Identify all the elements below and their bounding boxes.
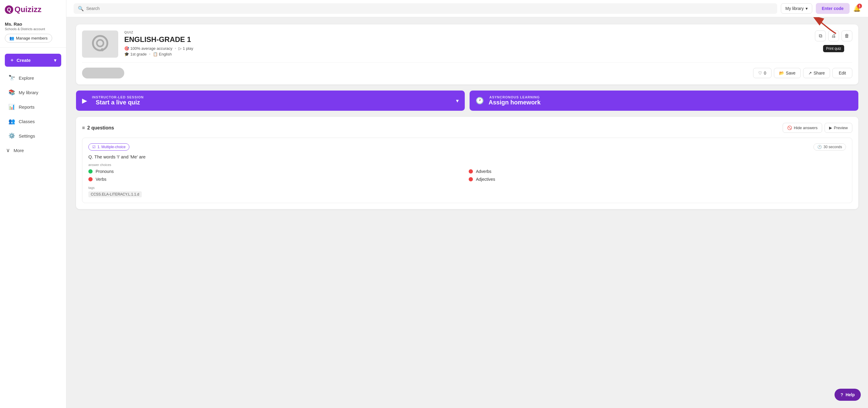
questions-section: ≡ 2 questions 🚫 Hide answers ▶ Preview bbox=[76, 117, 858, 209]
sidebar-item-more[interactable]: ∨ More bbox=[0, 143, 66, 157]
help-icon: ? bbox=[841, 392, 843, 397]
quiz-language: English bbox=[159, 52, 172, 56]
checkbox-icon: ☑ bbox=[92, 145, 96, 149]
sidebar-item-explore-label: Explore bbox=[19, 76, 34, 81]
help-label: Help bbox=[846, 392, 855, 397]
trash-icon: 🗑 bbox=[844, 33, 849, 39]
library-icon: 📚 bbox=[8, 89, 15, 96]
sidebar-item-classes[interactable]: 👥 Classes bbox=[2, 114, 64, 128]
live-quiz-icon: ▶ bbox=[82, 97, 87, 105]
manage-members-button[interactable]: 👥 Manage members bbox=[5, 34, 52, 42]
questions-count: 2 questions bbox=[87, 125, 114, 131]
quiz-type-label: QUIZ bbox=[124, 30, 809, 34]
notification-button[interactable]: 🔔 1 bbox=[853, 5, 861, 12]
copy-icon: ⧉ bbox=[819, 33, 822, 39]
heart-icon: ♡ bbox=[758, 70, 762, 76]
quiz-plays: 1 play bbox=[183, 46, 193, 51]
explore-icon: 🔭 bbox=[8, 75, 15, 81]
quiz-title: ENGLISH-GRADE 1 bbox=[124, 35, 809, 44]
save-label: Save bbox=[786, 70, 796, 76]
classes-icon: 👥 bbox=[8, 118, 15, 125]
chevron-down-icon-library: ▾ bbox=[806, 6, 808, 11]
answer-dot-3 bbox=[88, 177, 93, 181]
quiz-card-bottom: ♡ 0 📂 Save ↗ Share Edit bbox=[82, 62, 852, 79]
quiz-card: QUIZ ENGLISH-GRADE 1 🎯 100% average accu… bbox=[76, 24, 858, 85]
svg-point-2 bbox=[101, 48, 104, 51]
like-count: 0 bbox=[764, 70, 766, 76]
user-account-type: Schools & Districts account bbox=[5, 27, 61, 31]
clock-icon: 🕐 bbox=[817, 145, 822, 149]
question-number-type: 1. Multiple-choice bbox=[97, 145, 125, 149]
enter-code-label: Enter code bbox=[822, 6, 843, 11]
like-button[interactable]: ♡ 0 bbox=[753, 68, 772, 78]
cta-row: ▶ INSTRUCTOR-LED SESSION Start a live qu… bbox=[76, 90, 858, 111]
edit-button[interactable]: Edit bbox=[832, 68, 852, 78]
search-input[interactable] bbox=[86, 6, 773, 11]
start-live-quiz-button[interactable]: ▶ INSTRUCTOR-LED SESSION Start a live qu… bbox=[76, 90, 465, 111]
svg-point-0 bbox=[93, 36, 107, 50]
answer-text-3: Verbs bbox=[96, 177, 106, 182]
print-icon: 🖨 bbox=[831, 33, 836, 39]
hide-answers-button[interactable]: 🚫 Hide answers bbox=[783, 123, 822, 133]
quiz-tag-button[interactable] bbox=[82, 67, 124, 79]
play-icon-preview: ▶ bbox=[829, 125, 832, 130]
user-name: Ms. Rao bbox=[5, 22, 61, 27]
chevron-down-icon-more: ∨ bbox=[6, 147, 10, 154]
page-content: QUIZ ENGLISH-GRADE 1 🎯 100% average accu… bbox=[66, 17, 868, 408]
share-button[interactable]: ↗ Share bbox=[803, 68, 830, 78]
sidebar-nav: 🔭 Explore 📚 My library 📊 Reports 👥 Class… bbox=[0, 70, 66, 157]
question-header: ☑ 1. Multiple-choice 🕐 30 seconds bbox=[88, 143, 846, 151]
answer-text-1: Pronouns bbox=[96, 169, 114, 174]
answers-grid: Pronouns Adverbs Verbs Adjectives bbox=[88, 169, 846, 182]
question-time: 30 seconds bbox=[824, 145, 842, 149]
answer-text-4: Adjectives bbox=[476, 177, 495, 182]
duplicate-button[interactable]: ⧉ bbox=[815, 30, 826, 41]
sidebar-item-more-label: More bbox=[13, 148, 24, 153]
answer-item-1: Pronouns bbox=[88, 169, 466, 174]
quiz-info: QUIZ ENGLISH-GRADE 1 🎯 100% average accu… bbox=[124, 30, 809, 56]
search-icon: 🔍 bbox=[78, 6, 84, 11]
delete-button[interactable]: 🗑 bbox=[841, 30, 852, 41]
answer-choices-label: answer choices bbox=[88, 163, 846, 167]
library-dropdown-label: My library bbox=[785, 6, 804, 11]
settings-icon: ⚙️ bbox=[8, 133, 15, 139]
help-button[interactable]: ? Help bbox=[835, 389, 861, 401]
save-button[interactable]: 📂 Save bbox=[774, 68, 801, 78]
answer-dot-1 bbox=[88, 169, 93, 174]
sidebar-item-library-label: My library bbox=[19, 90, 38, 95]
create-button[interactable]: ＋ Create ▾ bbox=[5, 54, 61, 67]
sidebar-item-classes-label: Classes bbox=[19, 119, 35, 124]
sidebar-item-my-library[interactable]: 📚 My library bbox=[2, 85, 64, 99]
accuracy-icon: 🎯 bbox=[124, 46, 129, 51]
library-dropdown[interactable]: My library ▾ bbox=[781, 3, 812, 13]
preview-label: Preview bbox=[834, 125, 848, 130]
live-label-large: Start a live quiz bbox=[92, 99, 144, 106]
hw-label-large: Assign homework bbox=[489, 99, 540, 106]
print-button[interactable]: 🖨 bbox=[828, 30, 839, 41]
questions-title: ≡ 2 questions bbox=[82, 125, 114, 131]
sidebar-item-settings[interactable]: ⚙️ Settings bbox=[2, 129, 64, 143]
grade-icon: 🎓 bbox=[124, 52, 129, 56]
svg-point-1 bbox=[97, 40, 103, 47]
homework-icon: 🕐 bbox=[476, 97, 484, 105]
quiz-top-actions: ⧉ 🖨 Print quiz bbox=[815, 30, 852, 41]
hide-answers-label: Hide answers bbox=[794, 125, 818, 130]
sidebar-item-reports[interactable]: 📊 Reports bbox=[2, 100, 64, 114]
eye-slash-icon: 🚫 bbox=[787, 125, 792, 130]
assign-homework-button[interactable]: 🕐 ASYNCRONOUS LEARNING Assign homework bbox=[470, 90, 858, 111]
sidebar-item-explore[interactable]: 🔭 Explore bbox=[2, 71, 64, 85]
share-label: Share bbox=[814, 70, 825, 76]
enter-code-button[interactable]: Enter code bbox=[816, 3, 849, 14]
notification-badge: 1 bbox=[857, 4, 862, 8]
live-label-small: INSTRUCTOR-LED SESSION bbox=[92, 95, 144, 99]
manage-members-label: Manage members bbox=[16, 36, 48, 40]
logo-icon bbox=[5, 5, 13, 14]
question-type-badge: ☑ 1. Multiple-choice bbox=[88, 143, 129, 151]
questions-controls: 🚫 Hide answers ▶ Preview bbox=[783, 123, 852, 133]
list-icon: ≡ bbox=[82, 125, 85, 131]
search-container: 🔍 bbox=[73, 3, 777, 14]
preview-button[interactable]: ▶ Preview bbox=[825, 123, 852, 133]
quiz-thumbnail bbox=[82, 30, 118, 58]
tag-chip: CCSS.ELA-LITERACY.L.1.1.d bbox=[88, 191, 142, 197]
tags-label: tags bbox=[88, 186, 846, 190]
